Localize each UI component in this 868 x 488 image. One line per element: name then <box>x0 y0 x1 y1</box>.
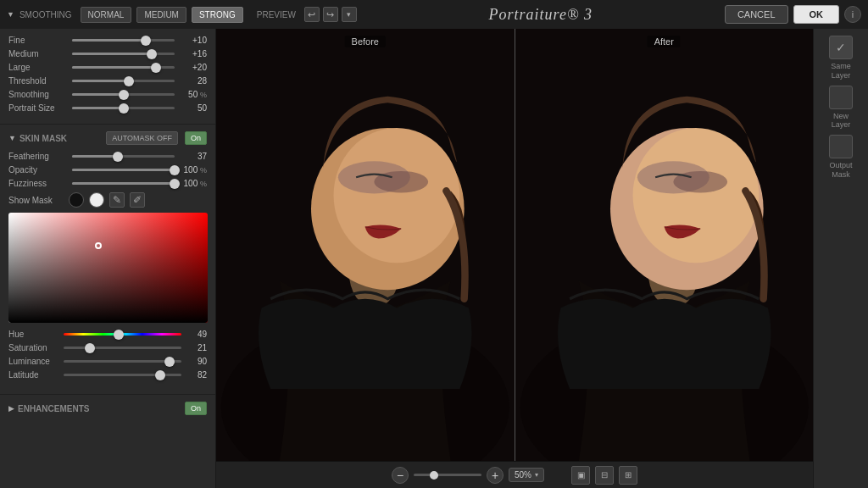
enhancements-collapse-icon[interactable]: ▶ <box>8 404 14 413</box>
new-layer-btn[interactable]: NewLayer <box>829 86 853 130</box>
smoothing-collapse-icon[interactable]: ▼ <box>7 10 14 19</box>
slider-value-medium: +16 <box>175 49 207 58</box>
slider-track-large[interactable] <box>72 66 175 69</box>
slider-row-fine: Fine +10 <box>8 36 207 45</box>
slider-label-medium: Medium <box>8 49 72 58</box>
undo-controls: ↩ ↪ ▾ <box>304 7 357 22</box>
slider-track-feathering[interactable] <box>72 155 175 158</box>
hsl-label-latitude: Latitude <box>8 370 64 380</box>
before-photo <box>216 29 515 461</box>
output-mask-btn[interactable]: OutputMask <box>829 135 853 180</box>
left-panel: Fine +10 Medium +16 Large <box>0 29 216 488</box>
mask-eraser-btn[interactable]: ✐ <box>130 192 145 208</box>
mask-white-btn[interactable] <box>89 192 104 208</box>
slider-value-smoothing: 50 % <box>175 90 207 99</box>
info-button[interactable]: i <box>844 6 861 23</box>
skin-mask-collapse-icon[interactable]: ▼ <box>8 134 16 142</box>
slider-label-fine: Fine <box>8 36 72 45</box>
top-bar: ▼ SMOOTHING NORMAL MEDIUM STRONG PREVIEW… <box>0 0 868 29</box>
hsl-label-saturation: Saturation <box>8 343 64 352</box>
slider-row-opacity: Opacity 100 % <box>8 165 207 175</box>
svg-point-4 <box>334 128 460 263</box>
zoom-dropdown-arrow: ▾ <box>535 471 538 479</box>
color-picker[interactable] <box>8 213 208 323</box>
zoom-slider[interactable] <box>414 474 481 476</box>
view-compare-btn[interactable]: ⊞ <box>619 466 637 485</box>
right-panel: ✓ SameLayer NewLayer OutputMask <box>813 29 868 488</box>
smoothing-section-label: SMOOTHING <box>19 10 72 19</box>
slider-value-portrait-size: 50 <box>175 103 207 113</box>
zoom-plus-btn[interactable]: + <box>487 467 504 484</box>
after-label: After <box>648 36 681 47</box>
before-panel: Before <box>216 29 515 461</box>
color-gradient <box>8 213 208 323</box>
same-layer-btn[interactable]: ✓ SameLayer <box>829 36 853 80</box>
skin-mask-header: ▼ SKIN MASK AUTOMASK OFF On <box>8 131 207 145</box>
zoom-value-box[interactable]: 50% ▾ <box>509 468 544 482</box>
hsl-label-luminance: Luminance <box>8 357 64 366</box>
zoom-value: 50% <box>515 470 531 480</box>
strong-preset-btn[interactable]: STRONG <box>192 7 243 23</box>
history-dropdown-btn[interactable]: ▾ <box>342 7 357 22</box>
same-layer-icon: ✓ <box>829 36 853 59</box>
hsl-value-saturation: 21 <box>181 343 207 352</box>
after-panel: After <box>515 29 814 461</box>
center-panel: Before <box>216 29 813 488</box>
ok-button[interactable]: OK <box>793 5 840 24</box>
slider-track-fine[interactable] <box>72 39 175 42</box>
slider-row-smoothing: Smoothing 50 % <box>8 90 207 99</box>
slider-label-threshold: Threshold <box>8 76 72 86</box>
hsl-track-hue[interactable] <box>64 333 181 336</box>
slider-track-smoothing[interactable] <box>72 93 175 96</box>
same-layer-label: SameLayer <box>831 62 851 80</box>
view-split-btn[interactable]: ⊟ <box>595 466 614 485</box>
hsl-track-luminance[interactable] <box>64 360 181 363</box>
slider-label-fuzziness: Fuzziness <box>8 179 72 188</box>
mask-brush-btn[interactable]: ✎ <box>109 192 125 208</box>
skin-mask-on-btn[interactable]: On <box>185 131 207 145</box>
slider-track-threshold[interactable] <box>72 80 175 82</box>
hsl-track-saturation[interactable] <box>64 347 181 349</box>
medium-preset-btn[interactable]: MEDIUM <box>136 7 186 23</box>
slider-row-medium: Medium +16 <box>8 49 207 58</box>
smoothing-section: Fine +10 Medium +16 Large <box>0 29 215 125</box>
skin-mask-title: SKIN MASK <box>19 134 67 143</box>
slider-track-portrait-size[interactable] <box>72 107 175 109</box>
show-mask-label: Show Mask <box>8 196 64 205</box>
slider-track-opacity[interactable] <box>72 169 175 171</box>
slider-row-threshold: Threshold 28 <box>8 76 207 86</box>
before-after-container: Before <box>216 29 813 461</box>
hsl-value-luminance: 90 <box>181 357 207 366</box>
skin-mask-section: ▼ SKIN MASK AUTOMASK OFF On Feathering 3… <box>0 125 215 395</box>
redo-btn[interactable]: ↪ <box>323 7 338 22</box>
zoom-minus-btn[interactable]: − <box>392 467 409 484</box>
normal-preset-btn[interactable]: NORMAL <box>81 7 132 23</box>
hsl-value-latitude: 82 <box>181 370 207 380</box>
slider-row-feathering: Feathering 37 <box>8 152 207 161</box>
new-layer-label: NewLayer <box>832 112 851 130</box>
enhancements-on-btn[interactable]: On <box>185 402 207 415</box>
bottom-bar: − + 50% ▾ ▣ ⊟ ⊞ <box>216 461 813 488</box>
output-mask-label: OutputMask <box>829 161 852 180</box>
mask-black-btn[interactable] <box>69 192 84 208</box>
slider-row-large: Large +20 <box>8 63 207 72</box>
undo-btn[interactable]: ↩ <box>304 7 320 22</box>
view-single-btn[interactable]: ▣ <box>571 466 590 485</box>
slider-label-portrait-size: Portrait Size <box>8 103 72 113</box>
hsl-row-saturation: Saturation 21 <box>8 343 207 352</box>
before-label: Before <box>345 36 386 47</box>
checkmark-icon: ✓ <box>836 41 846 54</box>
slider-value-fine: +10 <box>175 36 207 45</box>
slider-track-fuzziness[interactable] <box>72 182 175 185</box>
enhancements-section: ▶ ENHANCEMENTS On <box>0 395 215 422</box>
hsl-label-hue: Hue <box>8 330 64 339</box>
color-crosshair <box>95 242 102 249</box>
slider-track-medium[interactable] <box>72 53 175 55</box>
cancel-button[interactable]: CANCEL <box>725 5 788 24</box>
hsl-track-latitude[interactable] <box>64 374 181 376</box>
hsl-row-luminance: Luminance 90 <box>8 357 207 366</box>
preview-label: PREVIEW <box>257 10 296 19</box>
automask-btn[interactable]: AUTOMASK OFF <box>106 131 178 145</box>
hsl-value-hue: 49 <box>181 330 207 339</box>
show-mask-row: Show Mask ✎ ✐ <box>8 192 207 208</box>
